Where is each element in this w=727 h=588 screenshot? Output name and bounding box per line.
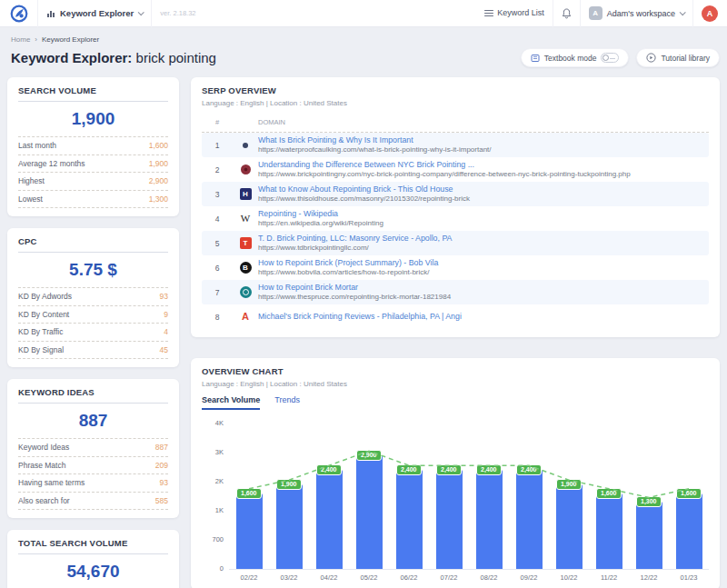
breadcrumb-separator: › xyxy=(35,35,37,44)
serp-result-row: 3 H What to Know About Repointing Brick … xyxy=(202,182,709,206)
x-axis-label: 11/22 xyxy=(589,573,629,582)
app-logo-icon[interactable] xyxy=(9,4,29,24)
results-column: SERP OVERVIEW Language : English | Locat… xyxy=(191,77,720,588)
volume-bar-04/22 xyxy=(316,470,343,569)
stat-card-rows: KD By Adwords 93 KD By Content 9 KD By T… xyxy=(18,287,168,359)
stat-card-value: 5.75 $ xyxy=(18,260,168,280)
value-badge: 1,600 xyxy=(596,488,622,499)
stat-row-label: Last month xyxy=(18,141,56,150)
stat-row-label: Highest xyxy=(18,176,45,185)
chart-plot: 07001K2K3K4K1,6001,9002,4002,9002,4002,4… xyxy=(229,424,709,570)
x-axis-label: 01/23 xyxy=(669,573,709,582)
textbook-mode-label: Textbook mode xyxy=(544,54,597,63)
chart-language-location: Language : English | Location : United S… xyxy=(202,380,709,388)
stat-row: KD By Traffic 4 xyxy=(18,324,168,342)
compass-logo-icon xyxy=(10,5,28,23)
serp-result-rank: 3 xyxy=(202,190,233,199)
chart-x-axis-labels: 02/2203/2204/2205/2206/2207/2208/2209/22… xyxy=(229,573,709,582)
serp-result-url: https://www.thespruce.com/repointing-bri… xyxy=(258,293,709,302)
tutorial-library-button[interactable]: Tutorial library xyxy=(636,48,720,67)
page-title-prefix: Keyword Explorer: xyxy=(11,50,132,65)
tool-switcher-dropdown[interactable]: Keyword Explorer xyxy=(46,8,143,18)
serp-result-title-link[interactable]: Understanding the Difference Between NYC… xyxy=(258,160,709,170)
version-label: ver. 2.18.32 xyxy=(160,9,195,17)
title-bar: Keyword Explorer: brick pointing Textboo… xyxy=(0,44,727,67)
stat-row-value: 1,300 xyxy=(149,194,168,204)
stat-row-value: 1,900 xyxy=(149,159,168,168)
serp-result-rank: 2 xyxy=(202,165,233,174)
serp-result-title-link[interactable]: Michael's Brick Pointing Reviews - Phila… xyxy=(258,312,709,322)
serp-overview-title: SERP OVERVIEW xyxy=(202,85,709,95)
stat-card-total-search-volume: TOTAL SEARCH VOLUME 54,670 Overview 54,6… xyxy=(7,530,179,588)
serp-result-title-link[interactable]: What Is Brick Pointing & Why Is It Impor… xyxy=(258,135,709,145)
workspace-dropdown[interactable]: A Adam's workspace xyxy=(589,6,684,20)
value-badge: 1,900 xyxy=(276,479,302,490)
keyword-list-button[interactable]: Keyword List xyxy=(484,8,544,19)
textbook-mode-toggle[interactable] xyxy=(601,53,619,63)
stat-row-label: Average 12 months xyxy=(18,159,85,168)
x-axis-label: 10/22 xyxy=(549,573,589,582)
serp-result-title-link[interactable]: How to Repoint Brick (Project Summary) -… xyxy=(258,258,709,268)
serp-result-row: 4 W Repointing - Wikipedia https://en.wi… xyxy=(202,206,709,231)
stat-row: Last month 1,600 xyxy=(18,137,168,155)
serp-table-body: 1 What Is Brick Pointing & Why Is It Imp… xyxy=(202,133,709,329)
app-window: Keyword Explorer ver. 2.18.32 Keyword Li… xyxy=(0,0,727,588)
stat-card-title: TOTAL SEARCH VOLUME xyxy=(18,538,168,548)
textbook-mode-button[interactable]: Textbook mode xyxy=(521,48,630,67)
stat-row: Also search for 585 xyxy=(18,493,168,511)
serp-result-row: 1 What Is Brick Pointing & Why Is It Imp… xyxy=(202,133,709,157)
serp-result-text: Understanding the Difference Between NYC… xyxy=(258,160,709,179)
serp-result-title-link[interactable]: T. D. Brick Pointing, LLC: Masonry Servi… xyxy=(258,234,709,244)
serp-result-url: https://waterproofcaulking.com/what-is-b… xyxy=(258,145,709,154)
breadcrumb-home-link[interactable]: Home xyxy=(11,35,30,44)
stat-row-value: 9 xyxy=(164,310,168,319)
stat-row: Highest 2,900 xyxy=(18,173,168,191)
tab-search-volume[interactable]: Search Volume xyxy=(202,395,260,410)
favicon-glyph: W xyxy=(241,213,250,224)
site-favicon-icon: H xyxy=(233,188,258,200)
tab-trends[interactable]: Trends xyxy=(274,395,300,410)
divider xyxy=(18,252,168,253)
site-favicon-icon xyxy=(233,143,258,148)
serp-result-title-link[interactable]: What to Know About Repointing Brick - Th… xyxy=(258,184,709,194)
volume-bar-06/22 xyxy=(396,470,423,569)
stat-row: Keyword Ideas 887 xyxy=(18,439,168,457)
value-badge: 2,400 xyxy=(516,464,542,475)
serp-col-domain: DOMAIN xyxy=(258,118,709,126)
chevron-down-icon xyxy=(680,9,686,15)
user-avatar[interactable]: A xyxy=(702,5,718,22)
serp-result-title-link[interactable]: How to Repoint Brick Mortar xyxy=(258,283,709,293)
favicon-glyph: H xyxy=(240,188,252,200)
site-favicon-icon: B xyxy=(233,262,258,274)
serp-result-url: https://www.bobvila.com/articles/how-to-… xyxy=(258,268,709,277)
y-axis-tick: 4K xyxy=(202,419,224,427)
serp-result-text: What Is Brick Pointing & Why Is It Impor… xyxy=(258,135,709,154)
favicon-glyph: T xyxy=(240,237,252,249)
serp-result-url: https://www.brickpointingny.com/nyc-bric… xyxy=(258,170,709,179)
stat-row-label: KD By Adwords xyxy=(18,292,72,301)
serp-result-row: 8 A Michael's Brick Pointing Reviews - P… xyxy=(202,304,709,329)
workspace-avatar: A xyxy=(589,6,603,20)
y-axis-tick: 2K xyxy=(202,477,224,485)
x-axis-label: 05/22 xyxy=(349,573,389,582)
divider xyxy=(553,0,553,27)
divider xyxy=(580,0,581,27)
stat-row-value: 4 xyxy=(164,327,168,336)
value-badge: 2,400 xyxy=(476,464,502,475)
volume-bar-07/22 xyxy=(436,470,463,569)
stat-row-label: Having same terms xyxy=(18,478,85,487)
volume-bar-01/23 xyxy=(676,493,702,569)
tutorial-library-label: Tutorial library xyxy=(661,54,710,63)
serp-result-title-link[interactable]: Repointing - Wikipedia xyxy=(258,209,709,219)
divider xyxy=(692,0,693,27)
site-favicon-icon: W xyxy=(233,213,258,224)
stat-row: Phrase Match 209 xyxy=(18,457,168,475)
notifications-bell-icon[interactable] xyxy=(562,8,572,19)
stat-row-label: Lowest xyxy=(18,194,43,204)
serp-result-row: 5 T T. D. Brick Pointing, LLC: Masonry S… xyxy=(202,231,709,255)
stat-row-value: 887 xyxy=(155,443,168,452)
stat-row-label: KD By Signal xyxy=(18,345,64,354)
serp-col-number: # xyxy=(202,118,233,126)
divider xyxy=(18,101,168,102)
serp-result-rank: 6 xyxy=(202,264,233,273)
